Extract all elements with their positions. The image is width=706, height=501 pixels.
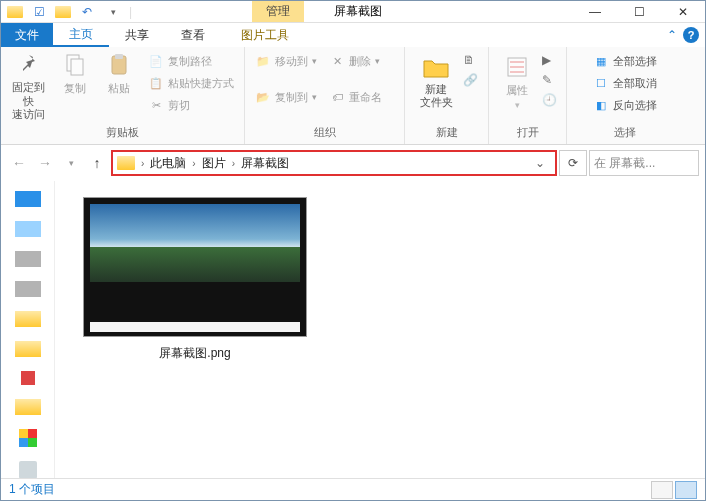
title-bar: ☑ ↶ ▾ | 管理 屏幕截图 — ☐ ✕	[1, 1, 705, 23]
pin-icon	[15, 51, 43, 79]
copy-to-icon: 📂	[255, 89, 271, 105]
group-new-label: 新建	[436, 123, 458, 142]
crumb-folder[interactable]: 屏幕截图	[237, 155, 293, 172]
copy-to-button[interactable]: 📂复制到▾	[251, 87, 321, 107]
main-area: 屏幕截图.png	[1, 181, 705, 481]
select-none-icon: ☐	[593, 75, 609, 91]
copy-path-button[interactable]: 📄复制路径	[144, 51, 238, 71]
paste-shortcut-button[interactable]: 📋粘贴快捷方式	[144, 73, 238, 93]
nav-pictures-icon[interactable]	[15, 281, 41, 297]
qat-dropdown-icon[interactable]: ▾	[103, 7, 123, 17]
app-icon	[7, 6, 23, 18]
file-item[interactable]: 屏幕截图.png	[83, 197, 307, 362]
copy-path-icon: 📄	[148, 53, 164, 69]
move-to-button[interactable]: 📁移动到▾	[251, 51, 321, 71]
delete-icon: ✕	[329, 53, 345, 69]
tab-view[interactable]: 查看	[165, 23, 221, 47]
tab-share[interactable]: 共享	[109, 23, 165, 47]
delete-button[interactable]: ✕删除▾	[325, 51, 384, 71]
nav-folder-icon[interactable]	[15, 311, 41, 327]
cut-icon: ✂	[148, 97, 164, 113]
qat-checkbox-icon[interactable]: ☑	[29, 5, 49, 19]
tab-file[interactable]: 文件	[1, 23, 53, 47]
group-organize-label: 组织	[314, 123, 336, 142]
tab-strip: 文件 主页 共享 查看 图片工具 ⌃ ?	[1, 23, 705, 47]
rename-icon: 🏷	[329, 89, 345, 105]
nav-bar: ← → ▾ ↑ › 此电脑 › 图片 › 屏幕截图 ⌄ ⟳ 在 屏幕截...	[1, 145, 705, 181]
chevron-right-icon[interactable]: ›	[232, 158, 235, 169]
nav-desktop-icon[interactable]	[15, 191, 41, 207]
nav-downloads-icon[interactable]	[15, 221, 41, 237]
tab-home[interactable]: 主页	[53, 23, 109, 47]
forward-button[interactable]: →	[33, 151, 57, 175]
back-button[interactable]: ←	[7, 151, 31, 175]
recent-dropdown-icon[interactable]: ▾	[59, 151, 83, 175]
pin-label: 固定到快 速访问	[11, 81, 46, 121]
search-input[interactable]: 在 屏幕截...	[589, 150, 699, 176]
view-thumbnails-button[interactable]	[675, 481, 697, 499]
maximize-button[interactable]: ☐	[617, 1, 661, 23]
pin-button[interactable]: 固定到快 速访问	[7, 49, 50, 123]
paste-icon	[105, 51, 133, 79]
help-icon[interactable]: ?	[683, 27, 699, 43]
file-name: 屏幕截图.png	[159, 345, 230, 362]
rename-button[interactable]: 🏷重命名	[325, 87, 386, 107]
select-none-button[interactable]: ☐全部取消	[589, 73, 661, 93]
easy-access-icon[interactable]: 🔗	[463, 73, 478, 87]
paste-button[interactable]: 粘贴	[100, 49, 138, 98]
nav-recycle-icon[interactable]	[19, 461, 37, 479]
nav-folder-icon[interactable]	[15, 341, 41, 357]
tab-image-tools[interactable]: 图片工具	[225, 23, 305, 47]
select-all-icon: ▦	[593, 53, 609, 69]
breadcrumb[interactable]: › 此电脑 › 图片 › 屏幕截图 ⌄	[111, 150, 557, 176]
svg-rect-1	[71, 59, 83, 75]
group-select-label: 选择	[614, 123, 636, 142]
crumb-pictures[interactable]: 图片	[198, 155, 230, 172]
status-bar: 1 个项目	[1, 478, 705, 500]
edit-icon[interactable]: ✎	[542, 73, 557, 87]
ribbon: 固定到快 速访问 复制 粘贴 📄复制路径 📋粘贴快捷方式 ✂剪切 剪贴板 📁移动…	[1, 47, 705, 145]
nav-folder-icon[interactable]	[15, 399, 41, 415]
properties-icon	[503, 53, 531, 81]
copy-icon	[61, 51, 89, 79]
qat-folder-icon[interactable]	[55, 6, 71, 18]
view-details-button[interactable]	[651, 481, 673, 499]
breadcrumb-folder-icon	[117, 156, 135, 170]
open-icon[interactable]: ▶	[542, 53, 557, 67]
up-button[interactable]: ↑	[85, 151, 109, 175]
file-list[interactable]: 屏幕截图.png	[55, 181, 705, 481]
paste-shortcut-icon: 📋	[148, 75, 164, 91]
invert-icon: ◧	[593, 97, 609, 113]
move-to-icon: 📁	[255, 53, 271, 69]
file-thumbnail	[83, 197, 307, 337]
nav-videos-icon[interactable]	[21, 371, 35, 385]
group-clipboard-label: 剪贴板	[106, 123, 139, 142]
copy-label: 复制	[64, 81, 86, 96]
svg-rect-3	[115, 54, 123, 59]
group-open-label: 打开	[517, 123, 539, 142]
minimize-button[interactable]: —	[573, 1, 617, 23]
contextual-tab-manage[interactable]: 管理	[252, 1, 304, 22]
nav-pane[interactable]	[1, 181, 55, 481]
invert-selection-button[interactable]: ◧反向选择	[589, 95, 661, 115]
chevron-right-icon[interactable]: ›	[141, 158, 144, 169]
copy-button[interactable]: 复制	[56, 49, 94, 98]
breadcrumb-dropdown-icon[interactable]: ⌄	[529, 156, 551, 170]
select-all-button[interactable]: ▦全部选择	[589, 51, 661, 71]
paste-label: 粘贴	[108, 81, 130, 96]
history-icon[interactable]: 🕘	[542, 93, 557, 107]
close-button[interactable]: ✕	[661, 1, 705, 23]
new-item-icon[interactable]: 🗎	[463, 53, 478, 67]
cut-button[interactable]: ✂剪切	[144, 95, 238, 115]
properties-button[interactable]: 属性 ▾	[498, 51, 536, 112]
collapse-icon[interactable]: ⌃	[667, 28, 677, 42]
chevron-right-icon[interactable]: ›	[192, 158, 195, 169]
status-item-count: 1 个项目	[9, 481, 55, 498]
undo-icon[interactable]: ↶	[77, 5, 97, 19]
crumb-root[interactable]: 此电脑	[146, 155, 190, 172]
nav-windows-icon[interactable]	[19, 429, 37, 447]
new-folder-button[interactable]: 新建 文件夹	[416, 51, 457, 111]
refresh-button[interactable]: ⟳	[559, 150, 587, 176]
window-title: 屏幕截图	[334, 3, 382, 20]
nav-documents-icon[interactable]	[15, 251, 41, 267]
